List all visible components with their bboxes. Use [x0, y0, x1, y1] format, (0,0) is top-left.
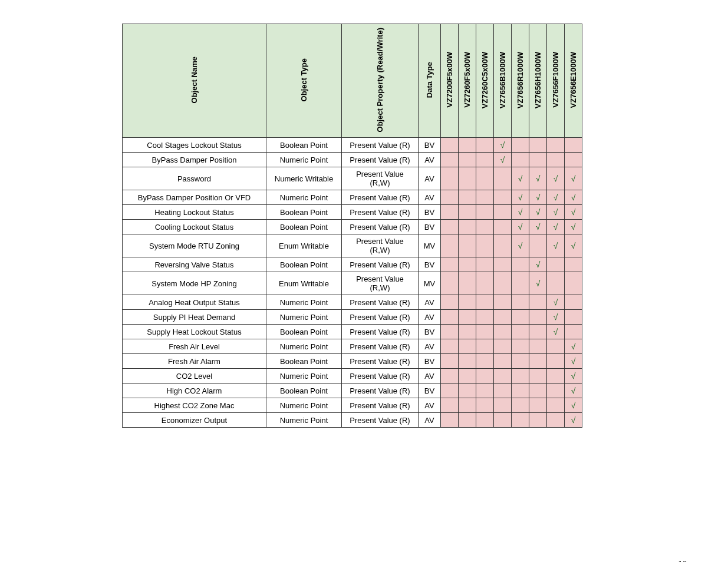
- table-row: Fresh Air AlarmBoolean PointPresent Valu…: [123, 354, 582, 369]
- cell-mark: [547, 257, 565, 272]
- cell-mark: [512, 257, 529, 272]
- cell-mark: √: [494, 138, 512, 153]
- cell-mark: √: [529, 190, 547, 205]
- cell-data-type: AV: [419, 398, 441, 413]
- cell-object-name: Highest CO2 Zone Mac: [123, 398, 266, 413]
- cell-mark: [512, 272, 529, 295]
- header-model-3-label: VZ7656B1000W: [498, 52, 507, 108]
- cell-object-name: System Mode RTU Zoning: [123, 234, 266, 257]
- table-row: System Mode HP ZoningEnum WritablePresen…: [123, 272, 582, 295]
- cell-mark: [459, 272, 476, 295]
- objects-table: Object Name Object Type Object Property …: [122, 24, 582, 428]
- cell-mark: [529, 325, 547, 339]
- cell-mark: √: [547, 220, 565, 234]
- table-row: High CO2 AlarmBoolean PointPresent Value…: [123, 384, 582, 398]
- cell-mark: √: [547, 310, 565, 325]
- cell-mark: [565, 325, 582, 339]
- header-model-6: VZ7656F1000W: [547, 24, 565, 138]
- check-icon: √: [500, 155, 505, 164]
- cell-object-property: Present Value (R): [342, 384, 419, 398]
- cell-data-type: BV: [419, 220, 441, 234]
- cell-mark: [476, 339, 494, 354]
- cell-mark: √: [565, 413, 582, 428]
- cell-object-type: Numeric Point: [266, 295, 342, 310]
- cell-mark: √: [529, 167, 547, 190]
- table-row: PasswordNumeric WritablePresent Value (R…: [123, 167, 582, 190]
- page-container: Object Name Object Type Object Property …: [0, 24, 728, 562]
- cell-object-type: Numeric Point: [266, 398, 342, 413]
- cell-mark: [459, 257, 476, 272]
- cell-mark: [476, 257, 494, 272]
- cell-object-type: Boolean Point: [266, 205, 342, 220]
- cell-object-property: Present Value (R): [342, 138, 419, 153]
- cell-mark: [512, 138, 529, 153]
- table-row: Reversing Valve StatusBoolean PointPrese…: [123, 257, 582, 272]
- cell-mark: [441, 257, 459, 272]
- cell-mark: [547, 398, 565, 413]
- cell-mark: [476, 190, 494, 205]
- cell-mark: [476, 413, 494, 428]
- header-model-4-label: VZ7656R1000W: [516, 52, 525, 108]
- cell-mark: [494, 310, 512, 325]
- cell-mark: [512, 354, 529, 369]
- cell-data-type: AV: [419, 167, 441, 190]
- cell-object-type: Numeric Point: [266, 339, 342, 354]
- cell-mark: [547, 384, 565, 398]
- cell-object-name: Supply Heat Lockout Status: [123, 325, 266, 339]
- cell-mark: [476, 272, 494, 295]
- cell-mark: [459, 167, 476, 190]
- cell-mark: [459, 339, 476, 354]
- cell-mark: [476, 310, 494, 325]
- cell-data-type: AV: [419, 295, 441, 310]
- check-icon: √: [500, 140, 505, 150]
- cell-object-name: Economizer Output: [123, 413, 266, 428]
- cell-object-property: Present Value (R): [342, 398, 419, 413]
- cell-object-type: Boolean Point: [266, 354, 342, 369]
- cell-mark: √: [565, 167, 582, 190]
- cell-object-name: ByPass Damper Position: [123, 153, 266, 167]
- check-icon: √: [518, 222, 523, 232]
- cell-mark: [476, 398, 494, 413]
- cell-mark: [529, 398, 547, 413]
- check-icon: √: [518, 241, 523, 250]
- cell-mark: [529, 310, 547, 325]
- cell-object-type: Boolean Point: [266, 325, 342, 339]
- cell-mark: [441, 339, 459, 354]
- check-icon: √: [536, 207, 541, 217]
- cell-mark: [494, 257, 512, 272]
- cell-mark: [494, 234, 512, 257]
- cell-object-property: Present Value (R): [342, 339, 419, 354]
- cell-mark: √: [494, 153, 512, 167]
- cell-mark: √: [565, 369, 582, 384]
- cell-mark: [512, 413, 529, 428]
- cell-mark: [459, 354, 476, 369]
- cell-mark: [441, 295, 459, 310]
- check-icon: √: [571, 415, 576, 425]
- cell-mark: [529, 138, 547, 153]
- cell-mark: [441, 272, 459, 295]
- header-model-7-label: VZ7656E1000W: [569, 52, 578, 108]
- cell-object-property: Present Value (R): [342, 190, 419, 205]
- cell-data-type: AV: [419, 413, 441, 428]
- cell-mark: √: [565, 220, 582, 234]
- table-row: Heating Lockout StatusBoolean PointPrese…: [123, 205, 582, 220]
- cell-object-property: Present Value (R): [342, 325, 419, 339]
- cell-mark: [529, 369, 547, 384]
- cell-mark: √: [565, 354, 582, 369]
- cell-mark: √: [565, 384, 582, 398]
- header-model-3: VZ7656B1000W: [494, 24, 512, 138]
- cell-object-name: Analog Heat Output Status: [123, 295, 266, 310]
- table-row: Fresh Air LevelNumeric PointPresent Valu…: [123, 339, 582, 354]
- cell-mark: √: [565, 339, 582, 354]
- cell-data-type: AV: [419, 153, 441, 167]
- cell-mark: [494, 369, 512, 384]
- check-icon: √: [554, 297, 558, 307]
- cell-mark: [529, 295, 547, 310]
- cell-mark: [494, 325, 512, 339]
- cell-mark: [529, 413, 547, 428]
- table-body: Cool Stages Lockout StatusBoolean PointP…: [123, 138, 582, 428]
- table-head: Object Name Object Type Object Property …: [123, 24, 582, 138]
- cell-mark: [476, 354, 494, 369]
- cell-mark: [459, 205, 476, 220]
- check-icon: √: [554, 327, 558, 336]
